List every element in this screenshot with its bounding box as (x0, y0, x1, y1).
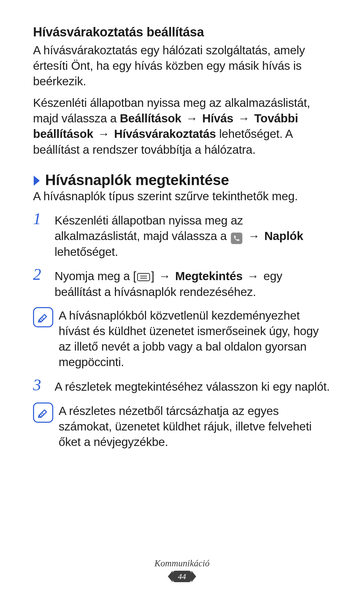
arrow-icon: → (98, 127, 110, 140)
step-number-3: 3 (33, 377, 51, 393)
heading-call-waiting: Hívásvárakoztatás beállítása (33, 24, 331, 40)
path-naplok: Naplók (264, 229, 303, 242)
note-swipe-text: A hívásnaplókból közvetlenül kezdeményez… (59, 308, 331, 370)
svg-rect-1 (138, 273, 150, 281)
heading-call-logs: Hívásnaplók megtekintése (45, 172, 229, 188)
step-number-2: 2 (33, 266, 51, 297)
svg-line-6 (42, 317, 44, 319)
note-detail-text: A részletes nézetből tárcsázhatja az egy… (59, 403, 331, 450)
step-number-1: 1 (33, 211, 51, 258)
page-number: 44 (178, 572, 186, 581)
note-icon (33, 402, 53, 423)
text-fragment: Készenléti állapotban nyissa meg az alka… (55, 214, 243, 242)
svg-marker-0 (34, 176, 40, 186)
svg-line-5 (40, 319, 42, 321)
para-callwaiting-desc: A hívásvárakoztatás egy hálózati szolgál… (33, 42, 331, 89)
step-2-text: Nyomja meg a [ ] → Megtekintés → egy beá… (55, 268, 331, 299)
arrow-icon: → (248, 229, 260, 242)
phone-icon (231, 233, 242, 244)
arrow-icon: → (238, 112, 250, 125)
step-1-text: Készenléti állapotban nyissa meg az alka… (55, 213, 331, 260)
footer-category: Kommunikáció (0, 558, 364, 569)
path-megtekintes: Megtekintés (175, 269, 243, 282)
menu-key-icon (137, 272, 150, 282)
para-callwaiting-path: Készenléti állapotban nyissa meg az alka… (33, 95, 331, 157)
page-number-badge: 44 (173, 571, 191, 582)
note-icon (33, 307, 53, 327)
chevron-right-icon (33, 175, 40, 186)
arrow-icon: → (186, 112, 198, 125)
path-hivas: Hívás (202, 112, 233, 125)
arrow-icon: → (247, 269, 259, 282)
text-fragment: lehetőséget. (55, 245, 118, 258)
para-logs-intro: A hívásnaplók típus szerint szűrve tekin… (33, 188, 331, 204)
svg-line-9 (42, 413, 44, 415)
arrow-icon: → (159, 269, 171, 282)
svg-line-8 (40, 414, 42, 416)
path-beallitasok: Beállítások (120, 112, 181, 125)
path-hivasvarakoztatas: Hívásvárakoztatás (114, 127, 216, 140)
text-fragment: ] (151, 269, 157, 282)
text-fragment: Nyomja meg a [ (55, 269, 136, 282)
page-footer: Kommunikáció 44 (0, 558, 364, 582)
step-3-text: A részletek megtekintéséhez válasszon ki… (55, 379, 331, 394)
